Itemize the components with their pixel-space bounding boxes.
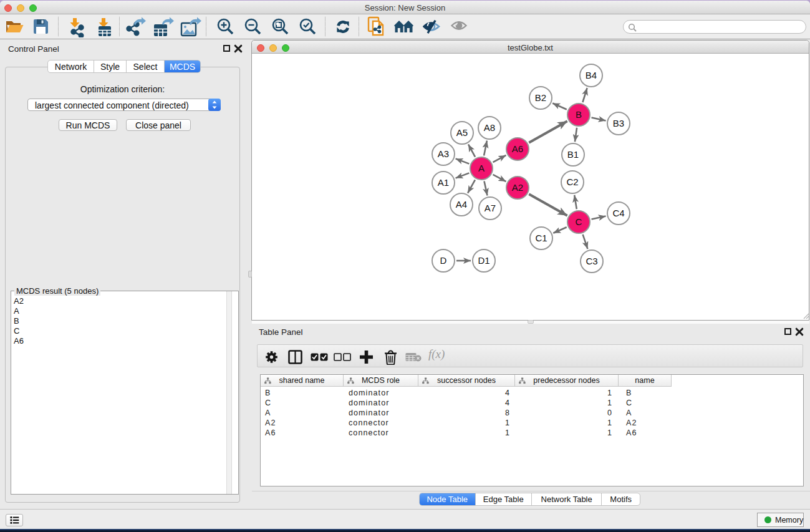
svg-text:D: D	[440, 255, 447, 266]
svg-text:A1: A1	[438, 177, 449, 188]
svg-text:B2: B2	[535, 92, 546, 103]
svg-text:A4: A4	[456, 199, 467, 210]
svg-text:B4: B4	[586, 70, 597, 80]
svg-text:C3: C3	[586, 256, 597, 266]
svg-text:B: B	[576, 109, 582, 120]
svg-text:B1: B1	[567, 149, 579, 160]
svg-text:A: A	[478, 163, 485, 173]
svg-text:A2: A2	[512, 182, 523, 193]
svg-text:D1: D1	[478, 255, 489, 266]
svg-text:A3: A3	[438, 148, 449, 159]
svg-text:B3: B3	[613, 118, 624, 128]
svg-text:A7: A7	[485, 203, 496, 213]
svg-text:A6: A6	[512, 143, 523, 154]
svg-text:C4: C4	[612, 208, 624, 218]
svg-text:C1: C1	[535, 233, 547, 243]
svg-text:A8: A8	[484, 122, 495, 133]
svg-text:C2: C2	[566, 177, 578, 187]
svg-text:A5: A5	[456, 127, 468, 138]
svg-text:C: C	[576, 216, 582, 227]
